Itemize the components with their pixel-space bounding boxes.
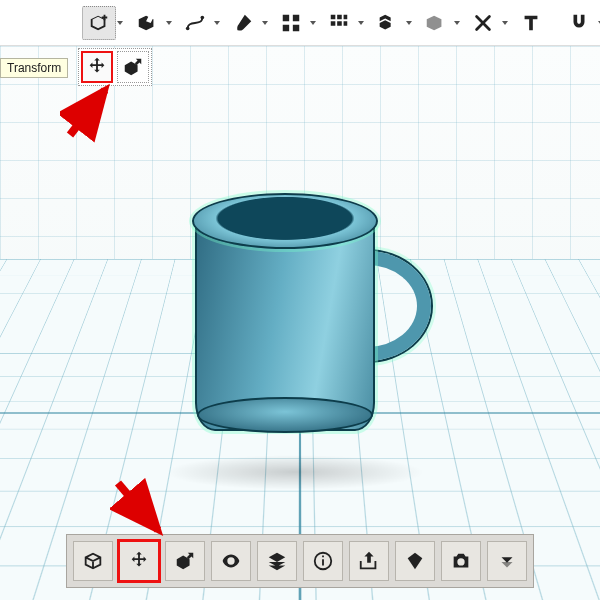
cube-add-tool[interactable] bbox=[82, 6, 116, 40]
transform-flyout bbox=[78, 48, 152, 86]
chevron-down-icon bbox=[166, 21, 172, 25]
cube-edit-tool[interactable] bbox=[130, 6, 164, 40]
magnet-tool[interactable] bbox=[562, 6, 596, 40]
cube-scale-icon bbox=[122, 56, 144, 78]
cube-plus-icon bbox=[88, 12, 110, 34]
stack-icon bbox=[328, 12, 350, 34]
transform-button[interactable] bbox=[119, 541, 159, 581]
chevron-down-icon bbox=[406, 21, 412, 25]
move-icon bbox=[128, 550, 150, 572]
viewport-3d[interactable] bbox=[0, 46, 600, 600]
tooltip-transform: Transform bbox=[0, 58, 68, 78]
magnet-icon bbox=[568, 12, 590, 34]
transform-scale-tool[interactable] bbox=[117, 51, 149, 83]
view-cube-button[interactable] bbox=[73, 541, 113, 581]
array-tool[interactable] bbox=[274, 6, 308, 40]
snapshot-button[interactable] bbox=[441, 541, 481, 581]
chevron-down-icon bbox=[214, 21, 220, 25]
transform-move-tool[interactable] bbox=[81, 51, 113, 83]
object-shadow bbox=[162, 455, 429, 490]
dropdown-button[interactable] bbox=[487, 541, 527, 581]
chevron-down-icon bbox=[262, 21, 268, 25]
chevron-down-icon bbox=[310, 21, 316, 25]
export-button[interactable] bbox=[349, 541, 389, 581]
chevrons-icon bbox=[496, 550, 518, 572]
camera-icon bbox=[450, 550, 472, 572]
boolean-tool[interactable] bbox=[370, 6, 404, 40]
text-icon bbox=[520, 12, 542, 34]
share-icon bbox=[358, 550, 380, 572]
stack-tool[interactable] bbox=[322, 6, 356, 40]
layers-button[interactable] bbox=[257, 541, 297, 581]
mug-base bbox=[197, 397, 373, 433]
cube-scale-icon bbox=[174, 550, 196, 572]
path-tool[interactable] bbox=[178, 6, 212, 40]
scale-button[interactable] bbox=[165, 541, 205, 581]
render-button[interactable] bbox=[395, 541, 435, 581]
visibility-button[interactable] bbox=[211, 541, 251, 581]
move-icon bbox=[86, 56, 108, 78]
info-icon bbox=[312, 550, 334, 572]
crossbones-icon bbox=[472, 12, 494, 34]
text-tool[interactable] bbox=[514, 6, 548, 40]
top-toolbar bbox=[0, 0, 600, 46]
cube-outline-icon bbox=[82, 550, 104, 572]
svg-point-0 bbox=[186, 26, 190, 30]
info-button[interactable] bbox=[303, 541, 343, 581]
eraser-icon bbox=[424, 12, 446, 34]
chevron-down-icon bbox=[117, 21, 123, 25]
brush-icon bbox=[232, 12, 254, 34]
diamond-icon bbox=[404, 550, 426, 572]
selected-object-mug[interactable] bbox=[195, 181, 415, 451]
boolean-icon bbox=[376, 12, 398, 34]
svg-point-1 bbox=[201, 15, 205, 19]
chevron-down-icon bbox=[358, 21, 364, 25]
grid-icon bbox=[280, 12, 302, 34]
layers-icon bbox=[266, 550, 288, 572]
bottom-toolbar bbox=[66, 534, 534, 588]
mug-rim bbox=[192, 193, 378, 249]
chevron-down-icon bbox=[502, 21, 508, 25]
crossbones-tool[interactable] bbox=[466, 6, 500, 40]
eraser-tool[interactable] bbox=[418, 6, 452, 40]
brush-tool[interactable] bbox=[226, 6, 260, 40]
chevron-down-icon bbox=[454, 21, 460, 25]
bezier-icon bbox=[184, 12, 206, 34]
eye-icon bbox=[220, 550, 242, 572]
cube-pencil-icon bbox=[136, 12, 158, 34]
